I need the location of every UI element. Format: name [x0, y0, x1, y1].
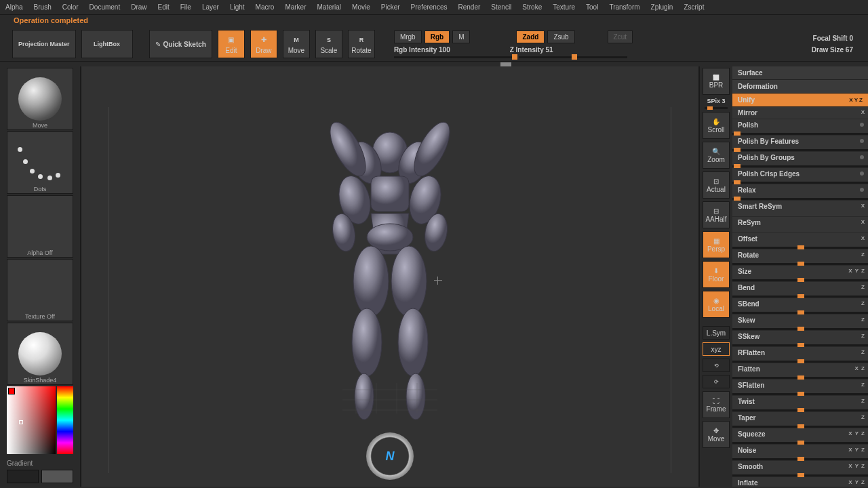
def-slider[interactable] [732, 182, 868, 184]
m-button[interactable]: M [452, 30, 470, 43]
move-mode-button[interactable]: M Move [283, 30, 310, 58]
bpr-button[interactable]: ⬜BPR [703, 68, 730, 95]
menu-tool[interactable]: Tool [586, 3, 598, 11]
menu-layer[interactable]: Layer [202, 3, 219, 11]
def-sbend[interactable]: SBendZ [732, 298, 868, 314]
draw-mode-button[interactable]: ✚ Draw [250, 30, 277, 58]
def-rflatten[interactable]: RFlattenZ [732, 347, 868, 363]
def-slider[interactable] [732, 279, 868, 281]
def-slider[interactable] [732, 198, 868, 200]
canvas-scroll-bar[interactable] [0, 61, 868, 66]
deformation-header[interactable]: Deformation [732, 80, 868, 94]
zadd-button[interactable]: Zadd [516, 30, 545, 43]
floor-button[interactable]: ⬇Floor [703, 261, 730, 288]
surface-header[interactable]: Surface [732, 66, 868, 80]
def-slider[interactable] [732, 263, 868, 265]
menu-edit[interactable]: Edit [158, 3, 170, 11]
local-button[interactable]: ◉Local [703, 291, 730, 318]
def-slider[interactable] [732, 458, 868, 460]
menu-marker[interactable]: Marker [285, 3, 306, 11]
def-slider[interactable] [732, 361, 868, 363]
zcut-button[interactable]: Zcut [608, 30, 633, 43]
def-slider[interactable] [732, 393, 868, 395]
menu-alpha[interactable]: Alpha [5, 3, 23, 11]
def-relax[interactable]: Relax [732, 184, 868, 201]
def-slider[interactable] [732, 377, 868, 379]
edit-mode-button[interactable]: ▣ Edit [218, 30, 245, 58]
color-picker[interactable] [7, 386, 73, 457]
texture-thumbnail[interactable]: Texture Off [7, 259, 73, 321]
menu-stroke[interactable]: Stroke [522, 3, 542, 11]
quick-sketch-button[interactable]: ✎ Quick Sketch [149, 30, 212, 58]
zsub-button[interactable]: Zsub [547, 30, 574, 43]
canvas-viewport[interactable]: N [80, 66, 700, 487]
material-thumbnail[interactable]: SkinShade4 [7, 323, 73, 385]
frame-button[interactable]: ⛶Frame [703, 391, 730, 418]
menu-color[interactable]: Color [62, 3, 79, 11]
menu-macro[interactable]: Macro [256, 3, 275, 11]
alpha-thumbnail[interactable]: Alpha Off [7, 195, 73, 258]
menu-transform[interactable]: Transform [609, 3, 639, 11]
def-skew[interactable]: SkewZ [732, 314, 868, 331]
menu-draw[interactable]: Draw [131, 3, 146, 11]
menu-picker[interactable]: Picker [381, 3, 400, 11]
menu-movie[interactable]: Movie [352, 3, 370, 11]
def-polish-crisp-edges[interactable]: Polish Crisp Edges [732, 168, 868, 184]
aahalf-button[interactable]: ⊟AAHalf [703, 201, 730, 228]
poly-y-button[interactable]: ⟲ [703, 359, 730, 372]
stroke-thumbnail[interactable]: Dots [7, 131, 73, 194]
menu-document[interactable]: Document [90, 3, 121, 11]
def-slider[interactable] [732, 149, 868, 151]
mrgb-button[interactable]: Mrgb [394, 30, 422, 43]
def-squeeze[interactable]: SqueezeX Y Z [732, 428, 868, 445]
def-slider[interactable] [732, 247, 868, 249]
menu-material[interactable]: Material [317, 3, 342, 11]
def-size[interactable]: SizeX Y Z [732, 266, 868, 282]
xyz-button[interactable]: xyz [703, 342, 730, 356]
def-slider[interactable] [732, 312, 868, 314]
scale-mode-button[interactable]: S Scale [315, 30, 342, 58]
menu-render[interactable]: Render [458, 3, 481, 11]
menu-zplugin[interactable]: Zplugin [651, 3, 673, 11]
actual-button[interactable]: ⊡Actual [703, 171, 730, 199]
def-slider[interactable] [732, 442, 868, 444]
projection-master-button[interactable]: Projection Master [12, 30, 76, 58]
lsym-button[interactable]: L.Sym [703, 326, 730, 340]
scroll-button[interactable]: ✋Scroll [703, 112, 730, 139]
def-flatten[interactable]: FlattenX Z [732, 363, 868, 380]
rgb-intensity-slider[interactable] [394, 56, 516, 58]
def-slider[interactable] [732, 474, 868, 476]
def-bend[interactable]: BendZ [732, 282, 868, 298]
def-taper[interactable]: TaperZ [732, 412, 868, 428]
def-slider[interactable] [732, 296, 868, 298]
def-rotate[interactable]: RotateZ [732, 249, 868, 266]
menu-texture[interactable]: Texture [553, 3, 575, 11]
def-inflate[interactable]: InflateX Y Z [732, 477, 868, 487]
zoom-button[interactable]: 🔍Zoom [703, 142, 730, 169]
z-intensity-slider[interactable] [519, 56, 627, 58]
def-slider[interactable] [732, 165, 868, 167]
def-smooth[interactable]: SmoothX Y Z [732, 461, 868, 477]
def-polish-by-groups[interactable]: Polish By Groups [732, 152, 868, 168]
unify-header[interactable]: UnifyX Y Z [732, 94, 868, 107]
def-slider[interactable] [732, 409, 868, 411]
menu-light[interactable]: Light [230, 3, 245, 11]
rotate-mode-button[interactable]: R Rotate [348, 30, 375, 58]
def-noise[interactable]: NoiseX Y Z [732, 445, 868, 461]
move-view-button[interactable]: ✥Move [703, 421, 730, 448]
def-twist[interactable]: TwistZ [732, 396, 868, 412]
gradient-swatches[interactable] [7, 470, 73, 483]
def-slider[interactable] [732, 328, 868, 330]
def-resym[interactable]: ReSymX [732, 217, 868, 233]
menu-preferences[interactable]: Preferences [411, 3, 448, 11]
def-polish-by-features[interactable]: Polish By Features [732, 136, 868, 152]
def-smart-resym[interactable]: Smart ReSymX [732, 201, 868, 217]
mirror-item[interactable]: Mirror X [732, 107, 868, 119]
menu-stencil[interactable]: Stencil [491, 3, 511, 11]
poly-z-button[interactable]: ⟳ [703, 375, 730, 388]
def-slider[interactable] [732, 133, 868, 135]
def-slider[interactable] [732, 426, 868, 428]
menu-file[interactable]: File [180, 3, 191, 11]
menu-zscript[interactable]: Zscript [684, 3, 704, 11]
def-polish[interactable]: Polish [732, 119, 868, 136]
